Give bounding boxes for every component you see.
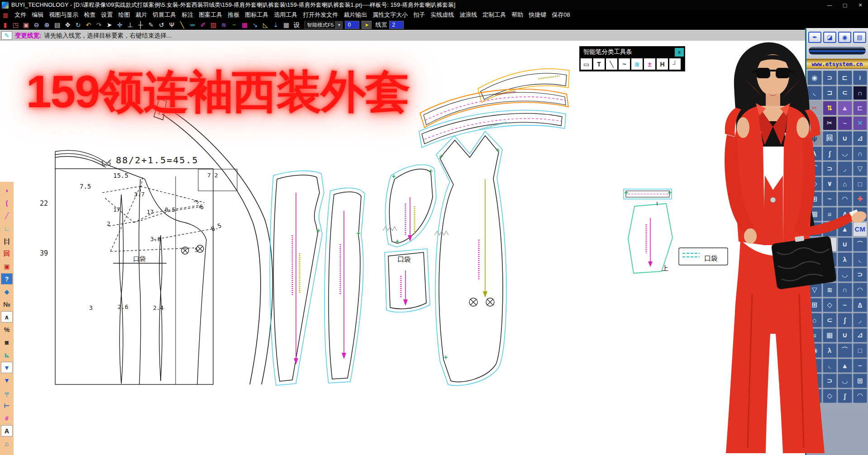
mode-select[interactable]: 智能模式F5 ▼ xyxy=(305,21,343,29)
line-width-input[interactable]: 2 xyxy=(389,21,404,29)
menu-item[interactable]: 裁片 xyxy=(133,11,150,19)
pocket-piece-label: 口袋 xyxy=(397,255,411,263)
menu-item[interactable]: 视图与显示 xyxy=(46,11,81,19)
menu-item[interactable]: 图案工具 xyxy=(196,11,225,19)
menu-item[interactable]: 标注 xyxy=(179,11,196,19)
close-button[interactable]: ✕ xyxy=(853,0,868,10)
palette-icon[interactable]: ▦ xyxy=(239,20,250,29)
line-point-icon[interactable]: ╱ xyxy=(1,210,13,221)
plus-minus-tool-icon[interactable]: ± xyxy=(644,58,655,70)
model-photo xyxy=(697,41,868,455)
grainlines xyxy=(292,76,653,365)
menu-item[interactable]: 图标工具 xyxy=(242,11,271,19)
zoom-in-icon[interactable]: ⊕ xyxy=(42,20,52,29)
grid-icon[interactable]: # xyxy=(1,412,13,424)
menu-item[interactable]: 检查 xyxy=(81,11,98,19)
draft-num: 3 xyxy=(89,304,93,311)
shape-outline-icon[interactable]: ⌂ xyxy=(1,438,13,449)
diagonal-tool-icon[interactable]: ╲ xyxy=(606,58,617,70)
roof-notch-icon[interactable]: ∧ xyxy=(1,311,13,322)
new-file-icon[interactable]: ▮ xyxy=(0,20,10,29)
maximize-button[interactable]: ▢ xyxy=(837,0,853,10)
menu-item[interactable]: 设置 xyxy=(98,11,115,19)
parallel-tool-icon[interactable]: ═ xyxy=(187,20,198,29)
drop-arrows-icon[interactable]: ⇣ xyxy=(271,20,281,29)
corner-tool-icon[interactable]: ┘ xyxy=(669,58,681,70)
concentric-square-icon[interactable]: 回 xyxy=(1,248,13,259)
rect-tool-icon[interactable]: ▭ xyxy=(581,58,592,70)
menu-item[interactable]: 绘图 xyxy=(115,11,133,19)
left-tool-strip: ◖(╱∟|:|回▣?◆№∧%◙⊾▼▼╤⊢#A⌂ xyxy=(0,182,14,455)
slash-notch-icon[interactable]: % xyxy=(1,324,13,335)
open-file-icon[interactable]: ◳ xyxy=(10,20,21,29)
menu-item[interactable]: 裁片输出 xyxy=(341,11,370,19)
frame-icon[interactable]: ▦ xyxy=(281,20,291,29)
drawing-canvas[interactable]: 口袋 口袋 上 159领连袖西装外套 88/2+1.5=45.5 1.5 15.… xyxy=(0,41,805,455)
curves-icon[interactable]: ≋ xyxy=(219,20,229,29)
pick-target-button[interactable]: ➤ xyxy=(362,21,372,29)
undo-icon[interactable]: ↶ xyxy=(83,20,94,29)
menu-item[interactable]: 扣子 xyxy=(410,11,428,19)
rotate-view-icon[interactable]: ↻ xyxy=(73,20,83,29)
menu-item[interactable]: 切展工具 xyxy=(150,11,179,19)
wave-icon[interactable]: ~ xyxy=(229,20,239,29)
fork-tool-icon[interactable]: Ψ xyxy=(167,20,177,29)
panel-icon[interactable]: ◙ xyxy=(1,337,13,348)
menu-item[interactable]: 文件 xyxy=(12,11,29,19)
select-cursor-icon[interactable]: ➤ xyxy=(104,20,114,29)
app-logo-icon xyxy=(2,2,9,9)
menu-item[interactable]: 选用工具 xyxy=(271,11,300,19)
line-tool-icon[interactable]: ╲ xyxy=(177,20,187,29)
settings-icon[interactable]: 设 xyxy=(291,20,302,29)
menu-item[interactable]: 快捷键 xyxy=(526,11,549,19)
align-lines-icon[interactable]: ╤ xyxy=(1,387,13,398)
menu-item[interactable]: 属性文字大小 xyxy=(370,11,410,19)
menu-item[interactable]: 编辑 xyxy=(29,11,46,19)
minimize-button[interactable]: — xyxy=(822,0,837,10)
menu-item[interactable]: 打开外发文件 xyxy=(300,11,341,19)
corner-icon[interactable]: ∟ xyxy=(1,223,13,234)
snap-arrow-icon[interactable]: ↘ xyxy=(250,20,260,29)
arc-icon[interactable]: ( xyxy=(1,197,13,209)
zoom-out-icon[interactable]: ⊖ xyxy=(31,20,42,29)
menu-item[interactable]: 保存08 xyxy=(549,11,572,19)
smartpen-curve-tool-icon[interactable]: ≋ xyxy=(631,58,643,70)
beam-icon[interactable]: ⊥ xyxy=(125,20,135,29)
menu-item[interactable]: 定制工具 xyxy=(480,11,509,19)
menu-item[interactable]: 实线虚线 xyxy=(428,11,457,19)
menu-item[interactable]: 推板 xyxy=(225,11,242,19)
text-tool-icon[interactable]: A xyxy=(1,425,13,436)
pen-nib-icon[interactable]: ✎ xyxy=(146,20,156,29)
t-line-tool-icon[interactable]: T xyxy=(593,58,605,70)
fill-shape-icon[interactable]: ◆ xyxy=(1,286,13,297)
move-points-icon[interactable]: ✛ xyxy=(114,20,125,29)
redo-icon[interactable]: ↷ xyxy=(94,20,104,29)
menu-item[interactable]: 帮助 xyxy=(509,11,526,19)
hatch-icon[interactable]: ▨ xyxy=(208,20,219,29)
notch-icon[interactable]: № xyxy=(1,299,13,310)
dart-solid-icon[interactable]: ▼ xyxy=(1,374,13,386)
draft-num: 7 2 xyxy=(207,172,218,179)
turn-icon[interactable]: ↺ xyxy=(156,20,167,29)
save-icon[interactable]: ▣ xyxy=(21,20,31,29)
chevron-down-icon[interactable]: ▼ xyxy=(335,21,342,28)
lasso-icon[interactable]: ◺ xyxy=(260,20,271,29)
close-icon[interactable]: x xyxy=(675,48,684,57)
brush-icon[interactable]: ✐ xyxy=(198,20,208,29)
curve-tool-icon[interactable]: ~ xyxy=(619,58,630,70)
value-input[interactable]: 0 xyxy=(345,21,359,29)
menu-item[interactable]: 波浪线 xyxy=(457,11,480,19)
menu-bar: ▦ 文件编辑视图与显示检查设置绘图裁片切展工具标注图案工具推板图标工具选用工具打… xyxy=(0,10,868,20)
smart-pen-panel-titlebar[interactable]: 智能笔分类工具条 x xyxy=(580,47,685,57)
filled-square-icon[interactable]: ▣ xyxy=(1,261,13,272)
h-measure-tool-icon[interactable]: H xyxy=(657,58,668,70)
curve-brush-icon[interactable]: ◖ xyxy=(1,185,13,196)
add-point-icon[interactable]: ┼ xyxy=(135,20,146,29)
keyboard-icon[interactable]: ▤ xyxy=(52,20,62,29)
pan-hand-icon[interactable]: ✥ xyxy=(62,20,73,29)
dart-down-icon[interactable]: ▼ xyxy=(1,362,13,373)
help-icon[interactable]: ? xyxy=(1,273,13,284)
spacing-icon[interactable]: |:| xyxy=(1,235,13,246)
align-corner-icon[interactable]: ⊾ xyxy=(1,349,13,360)
axis-icon[interactable]: ⊢ xyxy=(1,400,13,411)
